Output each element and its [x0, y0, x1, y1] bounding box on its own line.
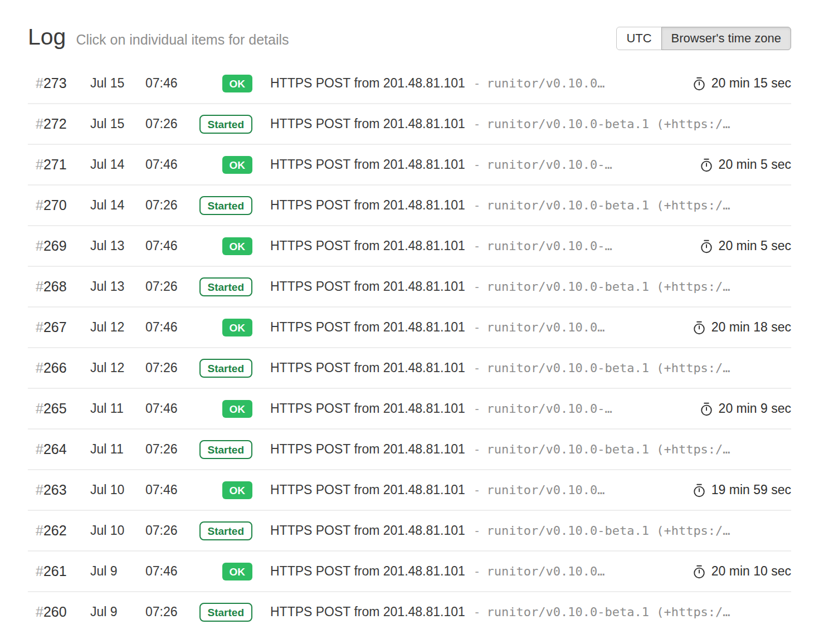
duration-group: 19 min 59 sec [682, 482, 791, 497]
event-id: #260 [28, 604, 90, 620]
event-time: 07:26 [145, 442, 192, 457]
event-time: 07:46 [145, 320, 192, 335]
event-id: #272 [28, 116, 90, 132]
log-row[interactable]: #261 Jul 9 07:46 OK HTTPS POST from 201.… [28, 552, 791, 592]
id-number: 260 [43, 604, 67, 619]
event-user-agent: runitor/v0.10.0… [487, 76, 605, 90]
stopwatch-icon [692, 483, 706, 497]
log-row[interactable]: #262 Jul 10 07:26 Started HTTPS POST fro… [28, 511, 791, 552]
event-description: HTTPS POST from 201.48.81.101 - runitor/… [259, 442, 791, 457]
log-row[interactable]: #268 Jul 13 07:26 Started HTTPS POST fro… [28, 267, 791, 308]
event-id: #265 [28, 401, 90, 417]
event-separator: - [474, 524, 481, 538]
event-time: 07:26 [145, 604, 192, 619]
event-time: 07:26 [145, 523, 192, 538]
log-row[interactable]: #263 Jul 10 07:46 OK HTTPS POST from 201… [28, 470, 791, 511]
id-number: 271 [43, 157, 67, 172]
event-date: Jul 11 [90, 442, 145, 457]
id-number: 267 [43, 319, 67, 335]
id-number: 261 [43, 563, 67, 579]
status-badge: OK [222, 237, 253, 255]
event-user-agent: runitor/v0.10.0-beta.1 (+https:/… [487, 524, 730, 538]
log-row[interactable]: #264 Jul 11 07:26 Started HTTPS POST fro… [28, 430, 791, 470]
log-row[interactable]: #260 Jul 9 07:26 Started HTTPS POST from… [28, 592, 791, 632]
event-separator: - [474, 199, 481, 212]
status-cell: OK [192, 237, 259, 255]
log-row[interactable]: #272 Jul 15 07:26 Started HTTPS POST fro… [28, 104, 791, 145]
event-time: 07:26 [145, 360, 192, 375]
log-row[interactable]: #267 Jul 12 07:46 OK HTTPS POST from 201… [28, 308, 791, 348]
event-user-agent: runitor/v0.10.0-beta.1 (+https:/… [487, 605, 730, 619]
log-row[interactable]: #271 Jul 14 07:46 OK HTTPS POST from 201… [28, 145, 791, 186]
status-badge: Started [199, 440, 252, 459]
event-main-text: HTTPS POST from 201.48.81.101 [270, 198, 465, 213]
event-main-text: HTTPS POST from 201.48.81.101 [270, 482, 465, 497]
event-user-agent: runitor/v0.10.0-… [487, 239, 612, 253]
event-description: HTTPS POST from 201.48.81.101 - runitor/… [259, 116, 791, 131]
duration-text: 20 min 5 sec [719, 238, 791, 253]
browser-timezone-button[interactable]: Browser's time zone [661, 27, 791, 50]
status-badge: OK [222, 563, 253, 580]
event-time: 07:46 [145, 401, 192, 416]
event-description: HTTPS POST from 201.48.81.101 - runitor/… [259, 564, 682, 579]
log-row[interactable]: #266 Jul 12 07:26 Started HTTPS POST fro… [28, 348, 791, 389]
status-cell: OK [192, 481, 259, 499]
event-date: Jul 15 [90, 116, 145, 131]
event-user-agent: runitor/v0.10.0-beta.1 (+https:/… [487, 361, 730, 375]
log-row[interactable]: #270 Jul 14 07:26 Started HTTPS POST fro… [28, 186, 791, 226]
id-number: 269 [43, 238, 67, 253]
event-user-agent: runitor/v0.10.0… [487, 564, 605, 578]
stopwatch-icon [692, 564, 706, 579]
event-time: 07:46 [145, 238, 192, 253]
id-hash: # [36, 319, 43, 335]
status-cell: Started [192, 521, 259, 540]
duration-text: 20 min 9 sec [719, 401, 791, 416]
event-description: HTTPS POST from 201.48.81.101 - runitor/… [259, 279, 791, 294]
event-id: #266 [28, 360, 90, 376]
event-main-text: HTTPS POST from 201.48.81.101 [270, 320, 465, 335]
status-cell: Started [192, 277, 259, 296]
log-row[interactable]: #265 Jul 11 07:46 OK HTTPS POST from 201… [28, 389, 791, 430]
page-title: Log [28, 25, 66, 50]
event-separator: - [474, 321, 481, 334]
id-hash: # [36, 401, 43, 416]
id-hash: # [36, 197, 43, 213]
event-id: #267 [28, 319, 90, 335]
status-badge: OK [222, 319, 253, 336]
event-user-agent: runitor/v0.10.0-beta.1 (+https:/… [487, 442, 730, 456]
duration-text: 20 min 5 sec [719, 157, 791, 172]
status-cell: Started [192, 196, 259, 215]
event-separator: - [474, 606, 481, 619]
event-id: #264 [28, 441, 90, 457]
duration-group: 20 min 18 sec [682, 320, 791, 335]
page-header: Log Click on individual items for detail… [28, 25, 791, 50]
status-cell: OK [192, 400, 259, 418]
status-badge: Started [199, 115, 252, 134]
id-number: 270 [43, 197, 67, 213]
event-separator: - [474, 402, 481, 416]
timezone-toggle: UTC Browser's time zone [616, 27, 791, 50]
event-user-agent: runitor/v0.10.0-… [487, 402, 612, 416]
id-hash: # [36, 441, 43, 457]
duration-group: 20 min 10 sec [682, 564, 791, 579]
status-badge: OK [222, 156, 253, 174]
log-row[interactable]: #273 Jul 15 07:46 OK HTTPS POST from 201… [28, 64, 791, 104]
duration-group: 20 min 5 sec [689, 238, 791, 253]
event-date: Jul 10 [90, 482, 145, 497]
log-row[interactable]: #269 Jul 13 07:46 OK HTTPS POST from 201… [28, 226, 791, 267]
event-date: Jul 12 [90, 360, 145, 375]
utc-button[interactable]: UTC [616, 27, 661, 50]
event-id: #271 [28, 157, 90, 173]
stopwatch-icon [699, 402, 714, 416]
id-hash: # [36, 116, 43, 131]
event-description: HTTPS POST from 201.48.81.101 - runitor/… [259, 604, 791, 619]
event-description: HTTPS POST from 201.48.81.101 - runitor/… [259, 360, 791, 375]
status-badge: OK [222, 481, 253, 499]
event-description: HTTPS POST from 201.48.81.101 - runitor/… [259, 401, 689, 416]
id-number: 273 [43, 75, 67, 91]
event-main-text: HTTPS POST from 201.48.81.101 [270, 238, 465, 253]
event-date: Jul 11 [90, 401, 145, 416]
event-id: #262 [28, 523, 90, 539]
event-separator: - [474, 158, 481, 172]
title-wrap: Log Click on individual items for detail… [28, 25, 289, 50]
